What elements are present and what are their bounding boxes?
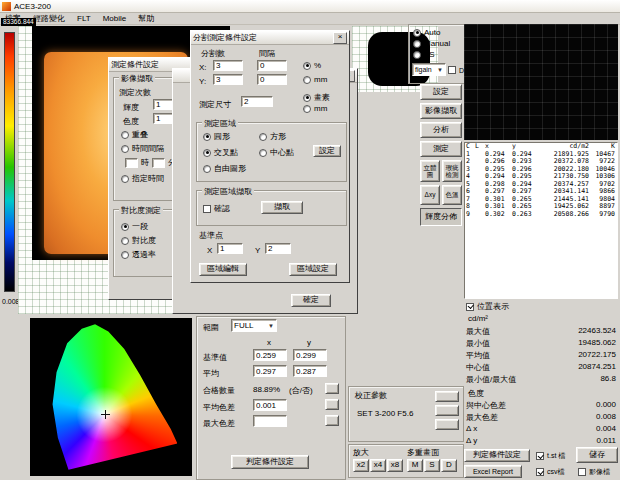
specified-time-radio[interactable]: 指定時間 — [121, 173, 164, 184]
transmit-radio[interactable]: 透過率 — [121, 249, 156, 260]
contrast-radio[interactable]: 對比度 — [121, 235, 156, 246]
mm-radio[interactable]: mm — [303, 75, 327, 84]
judge-condition-button-2[interactable]: 判定條件設定 — [464, 449, 530, 462]
table-row[interactable]: 10.2940.29421891.92510467 — [465, 151, 617, 159]
zoom-x4-button[interactable]: x4 — [370, 459, 386, 472]
dialog-title-bar[interactable]: 分割測定條件設定 × — [191, 31, 349, 45]
auto-radio[interactable]: Auto — [413, 28, 440, 37]
luminance-dist-button[interactable]: 輝度分佈 — [420, 208, 462, 226]
ref-y-field[interactable]: 0.299 — [293, 349, 327, 361]
y-division-value: 3 — [216, 75, 220, 84]
capture-area-button[interactable]: 擷取 — [261, 201, 303, 214]
table-row[interactable]: 80.3010.26519425.0628897 — [465, 203, 617, 211]
calibration-button-3[interactable] — [435, 419, 459, 430]
menu-help[interactable]: 幫助 — [138, 13, 154, 24]
stereo-view-button[interactable]: 立體圖 — [420, 160, 440, 182]
calibration-value: SET 3-200 F5.6 — [357, 409, 413, 418]
table-row[interactable]: 50.2980.29420374.2579702 — [465, 181, 617, 189]
size-mm-radio[interactable]: mm — [303, 104, 327, 113]
y-division-field[interactable]: 3 — [213, 74, 243, 85]
size-field[interactable]: 2 — [241, 96, 273, 107]
table-cell: 2 — [465, 158, 474, 166]
calibration-button-2[interactable] — [435, 405, 459, 416]
close-icon[interactable]: × — [333, 32, 347, 44]
color-temp-button[interactable]: 色溫 — [442, 185, 462, 205]
ref-x-field[interactable]: 0.259 — [253, 349, 287, 361]
gain-select[interactable]: figain ▼ — [412, 63, 446, 76]
checkbox-icon — [536, 452, 544, 460]
manual-label: Manual — [424, 39, 450, 48]
ok-button[interactable]: 確定 — [291, 294, 331, 307]
stat-value: 19485.062 — [578, 338, 616, 349]
zoom-x8-button[interactable]: x8 — [387, 459, 403, 472]
menu-flt[interactable]: FLT — [77, 14, 91, 23]
table-row[interactable]: 20.2960.29320372.0789722 — [465, 158, 617, 166]
ss-radio[interactable]: SS — [413, 50, 435, 59]
menu-path-change[interactable]: 經路變化 — [33, 13, 65, 24]
multiview-d-button[interactable]: D — [441, 459, 457, 472]
hour-field[interactable] — [125, 158, 138, 168]
gap-col-label: 間隔 — [259, 48, 275, 59]
pass-side-button[interactable] — [325, 383, 339, 394]
confirm-checkbox[interactable]: 確認 — [203, 203, 230, 214]
cross-label: 交叉點 — [214, 147, 238, 158]
calibration-button-1[interactable] — [435, 391, 459, 402]
position-display-checkbox[interactable]: 位置表示 — [466, 301, 509, 312]
area-setting-button[interactable]: 區域設定 — [289, 263, 337, 276]
divide-condition-dialog: 分割測定條件設定 × 分割數 間隔 X: 3 0 % Y: 3 0 mm 測定尺… — [190, 30, 350, 283]
percent-radio[interactable]: % — [303, 61, 321, 70]
table-row[interactable]: 40.2940.29521730.75010306 — [465, 173, 617, 181]
defect-check-button[interactable]: 瑕疵檢測 — [442, 160, 462, 182]
judge-condition-button[interactable]: 判定條件設定 — [231, 455, 309, 469]
delta-xy-button[interactable]: Δxy — [420, 185, 440, 205]
free-shape-radio[interactable]: 自由圖形 — [203, 163, 246, 174]
radio-icon — [303, 62, 311, 70]
checkbox-icon — [203, 205, 211, 213]
interval-radio[interactable]: 時間間隔 — [121, 143, 164, 154]
stat-label: 最小值/最大值 — [466, 374, 516, 385]
image-file-checkbox[interactable]: 影像檔 — [578, 467, 610, 477]
one-step-radio[interactable]: 一段 — [121, 221, 148, 232]
base-y-field[interactable]: 2 — [265, 243, 291, 254]
avg-x-field: 0.297 — [253, 365, 287, 377]
setting-button[interactable]: 設定 — [420, 84, 462, 100]
range-select[interactable]: FULL ▼ — [231, 319, 277, 332]
table-row[interactable]: 70.3010.26521445.1419804 — [465, 196, 617, 204]
overlap-radio[interactable]: 重叠 — [121, 129, 148, 140]
table-column-header: y — [511, 143, 538, 151]
ref-x-value: 0.259 — [256, 351, 276, 360]
measurement-display-canvas[interactable] — [464, 24, 618, 140]
analyze-button[interactable]: 分析 — [420, 122, 462, 138]
save-button[interactable]: 儲存 — [576, 447, 618, 463]
radio-icon — [121, 237, 129, 245]
center-radio[interactable]: 中心點 — [259, 147, 294, 158]
measure-button[interactable]: 測定 — [420, 141, 462, 157]
menu-mobile[interactable]: Mobile — [103, 14, 127, 23]
avgdiff-side-button[interactable] — [325, 399, 339, 410]
measure-area-label: 測定區域 — [202, 118, 238, 129]
x-gap-field[interactable]: 0 — [257, 60, 287, 71]
zoom-x2-button[interactable]: x2 — [353, 459, 369, 472]
cross-radio[interactable]: 交叉點 — [203, 147, 238, 158]
base-x-field[interactable]: 1 — [217, 243, 243, 254]
area-edit-button[interactable]: 區域編輯 — [199, 263, 247, 276]
table-cell: 0.296 — [511, 166, 538, 174]
y-gap-field[interactable]: 0 — [257, 74, 287, 85]
multiview-s-button[interactable]: S — [424, 459, 440, 472]
table-row[interactable]: 60.2970.29720341.1419866 — [465, 188, 617, 196]
pixel-radio[interactable]: 畫素 — [303, 92, 330, 103]
tst-file-checkbox[interactable]: t.st 檔 — [536, 451, 565, 461]
manual-radio[interactable]: Manual — [413, 39, 450, 48]
table-row[interactable]: 90.3020.26320508.2669790 — [465, 211, 617, 219]
image-capture-button[interactable]: 影像擷取 — [420, 103, 462, 119]
area-set-button[interactable]: 設定 — [313, 145, 341, 157]
table-row[interactable]: 30.2950.29620022.18010046 — [465, 166, 617, 174]
minute-field[interactable] — [152, 158, 165, 168]
multiview-m-button[interactable]: M — [407, 459, 423, 472]
x-division-field[interactable]: 3 — [213, 60, 243, 71]
square-radio[interactable]: 方形 — [259, 131, 286, 142]
circle-radio[interactable]: 圓形 — [203, 131, 230, 142]
maxdiff-side-button[interactable] — [325, 415, 339, 426]
excel-report-button[interactable]: Excel Report — [464, 465, 522, 478]
csv-file-checkbox[interactable]: csv檔 — [536, 467, 565, 477]
